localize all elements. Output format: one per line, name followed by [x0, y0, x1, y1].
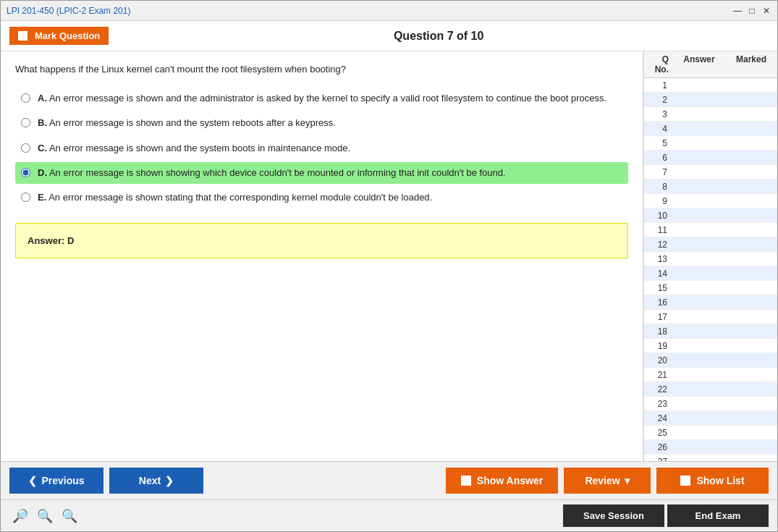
option-a[interactable]: A. An error message is shown and the adm… — [15, 88, 628, 109]
zoom-reset-button[interactable]: 🔍 — [34, 507, 56, 525]
end-exam-button[interactable]: End Exam — [667, 504, 769, 527]
end-exam-label: End Exam — [695, 510, 741, 521]
sidebar-row-number: 12 — [644, 240, 673, 250]
save-session-button[interactable]: Save Session — [563, 504, 664, 527]
sidebar-row[interactable]: 14 — [644, 266, 777, 281]
sidebar-row-number: 22 — [644, 384, 673, 394]
sidebar-row-number: 4 — [644, 124, 673, 134]
sidebar-row[interactable]: 25 — [644, 426, 777, 440]
sidebar-row[interactable]: 24 — [644, 411, 777, 426]
sidebar-row[interactable]: 2 — [644, 93, 777, 107]
sidebar-row[interactable]: 17 — [644, 310, 777, 324]
sidebar-row[interactable]: 6 — [644, 151, 777, 165]
answer-text: Answer: D — [28, 235, 74, 246]
zoom-out-button[interactable]: 🔍 — [59, 507, 80, 525]
zoom-in-button[interactable]: 🔎 — [9, 507, 31, 525]
sidebar-row[interactable]: 23 — [644, 397, 777, 411]
sidebar-row[interactable]: 26 — [644, 440, 777, 455]
sidebar-row[interactable]: 12 — [644, 237, 777, 252]
sidebar-row[interactable]: 15 — [644, 281, 777, 295]
minimize-button[interactable]: — — [732, 6, 743, 16]
radio-b[interactable] — [21, 118, 30, 127]
sidebar-header-answer: Answer — [673, 51, 725, 77]
sidebar-row-number: 21 — [644, 370, 673, 380]
review-label: Review — [585, 475, 620, 486]
sidebar-header-marked: Marked — [725, 51, 777, 77]
sidebar-row[interactable]: 7 — [644, 165, 777, 180]
sidebar-row-number: 1 — [644, 80, 673, 90]
sidebar-row-number: 13 — [644, 254, 673, 264]
show-answer-icon — [461, 476, 471, 486]
sidebar-row[interactable]: 27 — [644, 455, 777, 461]
close-button[interactable]: ✕ — [761, 6, 771, 16]
sidebar-row-number: 26 — [644, 442, 673, 452]
answer-box: Answer: D — [15, 223, 628, 258]
sidebar-row[interactable]: 4 — [644, 122, 777, 136]
sidebar-row[interactable]: 20 — [644, 353, 777, 368]
sidebar-row[interactable]: 11 — [644, 223, 777, 237]
sidebar-row[interactable]: 21 — [644, 368, 777, 382]
bottom-bar: ❮ Previous Next ❯ Show Answer Review ▾ ✓… — [1, 461, 777, 499]
review-dropdown-icon: ▾ — [625, 475, 630, 486]
sidebar-row-number: 9 — [644, 196, 673, 206]
sidebar-row-number: 2 — [644, 95, 673, 105]
sidebar-row-number: 19 — [644, 341, 673, 351]
sidebar-row[interactable]: 22 — [644, 382, 777, 397]
left-arrow-icon: ❮ — [28, 475, 37, 486]
sidebar-row-number: 14 — [644, 269, 673, 279]
question-list-sidebar[interactable]: Q No. Answer Marked 1 2 3 4 5 6 — [643, 51, 777, 461]
option-e[interactable]: E. An error message is shown stating tha… — [15, 187, 628, 208]
show-list-button[interactable]: ✓ Show List — [656, 468, 769, 494]
sidebar-row[interactable]: 13 — [644, 252, 777, 266]
sidebar-row[interactable]: 9 — [644, 194, 777, 208]
sidebar-row[interactable]: 8 — [644, 180, 777, 194]
sidebar-row[interactable]: 1 — [644, 78, 777, 93]
review-button[interactable]: Review ▾ — [564, 468, 651, 494]
sidebar-row[interactable]: 5 — [644, 136, 777, 151]
sidebar-row-number: 20 — [644, 355, 673, 366]
sidebar-row-number: 25 — [644, 428, 673, 438]
sidebar-row-number: 18 — [644, 326, 673, 337]
next-button[interactable]: Next ❯ — [109, 468, 203, 494]
sidebar-rows: 1 2 3 4 5 6 7 8 — [644, 78, 777, 461]
sidebar-row-number: 6 — [644, 153, 673, 163]
radio-d[interactable] — [21, 168, 30, 177]
option-c-text: C. An error message is shown and the sys… — [38, 142, 350, 155]
show-list-label: Show List — [696, 475, 744, 486]
sidebar-header: Q No. Answer Marked — [644, 51, 777, 78]
show-answer-button[interactable]: Show Answer — [446, 468, 558, 494]
toolbar: Mark Question Question 7 of 10 — [1, 21, 777, 51]
sidebar-row[interactable]: 10 — [644, 208, 777, 223]
maximize-button[interactable]: □ — [747, 6, 757, 16]
sidebar-row[interactable]: 16 — [644, 295, 777, 310]
sidebar-row-number: 11 — [644, 225, 673, 235]
sidebar-row[interactable]: 19 — [644, 339, 777, 353]
radio-e[interactable] — [21, 193, 30, 202]
option-e-text: E. An error message is shown stating tha… — [38, 191, 432, 204]
option-d[interactable]: D. An error message is shown showing whi… — [15, 162, 628, 184]
sidebar-row-number: 16 — [644, 297, 673, 308]
content-area: What happens if the Linux kernel can't m… — [1, 51, 777, 461]
option-d-text: D. An error message is shown showing whi… — [38, 166, 506, 180]
option-c[interactable]: C. An error message is shown and the sys… — [15, 138, 628, 159]
sidebar-row-number: 8 — [644, 182, 673, 192]
window-controls: — □ ✕ — [732, 6, 771, 16]
bottom-bar2: 🔎 🔍 🔍 Save Session End Exam — [1, 499, 777, 531]
radio-a[interactable] — [21, 93, 30, 103]
question-panel: What happens if the Linux kernel can't m… — [1, 51, 643, 461]
radio-c[interactable] — [21, 143, 30, 153]
previous-button[interactable]: ❮ Previous — [9, 468, 103, 494]
option-b[interactable]: B. An error message is shown and the sys… — [15, 112, 628, 134]
sidebar-row-number: 24 — [644, 413, 673, 423]
app-title: LPI 201-450 (LPIC-2 Exam 201) — [7, 6, 130, 16]
sidebar-row-number: 17 — [644, 312, 673, 322]
mark-question-button[interactable]: Mark Question — [9, 27, 109, 45]
sidebar-row[interactable]: 3 — [644, 107, 777, 122]
sidebar-row[interactable]: 18 — [644, 324, 777, 339]
mark-question-label: Mark Question — [35, 30, 100, 41]
question-text: What happens if the Linux kernel can't m… — [15, 63, 628, 76]
next-label: Next — [139, 475, 161, 486]
sidebar-row-number: 23 — [644, 399, 673, 409]
right-arrow-icon: ❯ — [165, 475, 174, 486]
option-a-text: A. An error message is shown and the adm… — [38, 92, 606, 105]
